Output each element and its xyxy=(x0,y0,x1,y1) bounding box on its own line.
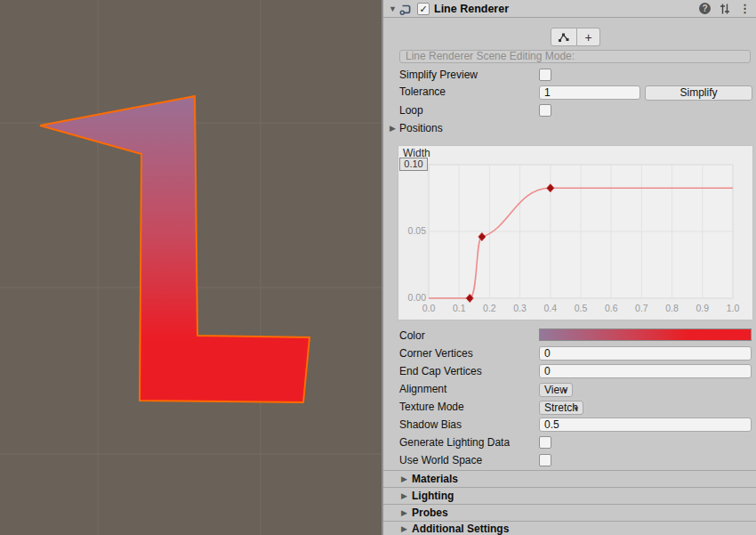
scene-edit-toolbar: + xyxy=(551,28,600,46)
presets-icon[interactable] xyxy=(719,3,731,15)
generate-lighting-row: Generate Lighting Data xyxy=(383,435,756,451)
x-tick-label: 0.9 xyxy=(691,303,714,313)
alignment-row: Alignment View ▾ xyxy=(383,382,756,398)
shadow-bias-row: Shadow Bias 0.5 xyxy=(383,417,756,434)
foldout-closed-icon: ▶ xyxy=(398,491,410,500)
edit-points-icon xyxy=(557,30,571,45)
x-tick-label: 0.5 xyxy=(569,303,592,313)
loop-label: Loop xyxy=(399,104,423,117)
corner-vertices-label: Corner Vertices xyxy=(399,347,473,360)
x-tick-label: 0.4 xyxy=(539,303,562,313)
chevron-down-icon: ▾ xyxy=(563,385,567,397)
world-space-checkbox[interactable] xyxy=(539,454,551,466)
end-cap-vertices-label: End Cap Vertices xyxy=(399,365,482,377)
help-icon[interactable]: ? xyxy=(699,3,711,14)
width-curve-plot[interactable] xyxy=(398,146,752,320)
scene-editing-mode-field[interactable]: Line Renderer Scene Editing Mode: xyxy=(399,50,751,63)
texture-mode-value: Stretch xyxy=(544,401,578,414)
component-header[interactable]: ▼ ✓ Line Renderer ? ⋮ xyxy=(383,0,756,18)
world-space-label: Use World Space xyxy=(399,454,482,466)
section-label: Probes xyxy=(412,507,448,519)
foldout-closed-icon: ▶ xyxy=(398,524,410,533)
positions-foldout[interactable]: ▶ Positions xyxy=(383,121,756,137)
world-space-row: Use World Space xyxy=(383,453,756,469)
texture-mode-label: Texture Mode xyxy=(399,401,464,413)
simplify-preview-checkbox[interactable] xyxy=(539,69,551,81)
alignment-dropdown[interactable]: View ▾ xyxy=(539,383,573,397)
section-label: Additional Settings xyxy=(412,523,509,535)
alignment-label: Alignment xyxy=(399,383,446,395)
texture-mode-row: Texture Mode Stretch ▾ xyxy=(383,400,756,416)
color-gradient-swatch[interactable] xyxy=(539,328,752,341)
simplify-preview-row: Simplify Preview xyxy=(383,68,756,84)
section-label: Materials xyxy=(412,473,458,485)
chevron-down-icon: ▾ xyxy=(574,402,578,415)
color-label: Color xyxy=(399,329,425,342)
scene-view[interactable] xyxy=(0,0,382,535)
line-renderer-icon xyxy=(398,2,414,16)
foldout-closed-icon: ▶ xyxy=(398,508,410,517)
x-tick-label: 0.3 xyxy=(509,303,532,313)
add-point-button[interactable]: + xyxy=(577,28,600,46)
unity-editor-window: ▼ ✓ Line Renderer ? ⋮ xyxy=(0,0,756,535)
kebab-menu-icon[interactable]: ⋮ xyxy=(739,3,751,14)
end-cap-vertices-row: End Cap Vertices 0 xyxy=(383,364,756,380)
line-renderer-shape[interactable] xyxy=(0,0,382,535)
loop-checkbox[interactable] xyxy=(539,104,551,117)
color-row: Color xyxy=(383,328,756,345)
width-curve-panel[interactable]: Width 0.10 0.05 0.00 0.00.10.20.30.40.50… xyxy=(398,145,753,320)
generate-lighting-label: Generate Lighting Data xyxy=(399,436,510,449)
corner-vertices-input[interactable]: 0 xyxy=(539,346,752,361)
simplify-preview-label: Simplify Preview xyxy=(399,69,478,81)
shadow-bias-label: Shadow Bias xyxy=(399,418,462,431)
foldout-closed-icon[interactable]: ▶ xyxy=(387,124,398,133)
component-title: Line Renderer xyxy=(434,3,509,15)
x-tick-label: 0.2 xyxy=(478,303,501,313)
edit-points-button[interactable] xyxy=(551,28,577,46)
section-lighting[interactable]: ▶ Lighting xyxy=(383,487,756,504)
section-materials[interactable]: ▶ Materials xyxy=(383,470,756,487)
x-tick-label: 0.1 xyxy=(447,303,470,313)
x-tick-label: 0.7 xyxy=(630,303,653,313)
section-probes[interactable]: ▶ Probes xyxy=(383,504,756,521)
inspector-panel: ▼ ✓ Line Renderer ? ⋮ xyxy=(382,0,756,535)
loop-row: Loop xyxy=(383,103,756,119)
shadow-bias-input[interactable]: 0.5 xyxy=(539,417,752,432)
positions-label: Positions xyxy=(399,122,443,134)
tolerance-label: Tolerance xyxy=(399,85,446,98)
x-tick-label: 0.0 xyxy=(417,303,440,313)
section-additional-settings[interactable]: ▶ Additional Settings xyxy=(383,521,756,535)
x-tick-label: 0.6 xyxy=(599,303,623,313)
tolerance-row: Tolerance 1 Simplify xyxy=(383,85,756,101)
texture-mode-dropdown[interactable]: Stretch ▾ xyxy=(539,401,583,415)
foldout-open-icon[interactable]: ▼ xyxy=(387,4,398,13)
foldout-closed-icon: ▶ xyxy=(398,474,410,483)
tolerance-input[interactable]: 1 xyxy=(539,85,640,100)
component-enabled-checkbox[interactable]: ✓ xyxy=(417,3,430,15)
corner-vertices-row: Corner Vertices 0 xyxy=(383,346,756,362)
x-tick-label: 1.0 xyxy=(721,303,744,313)
section-label: Lighting xyxy=(412,490,454,502)
generate-lighting-checkbox[interactable] xyxy=(539,436,551,449)
end-cap-vertices-input[interactable]: 0 xyxy=(539,364,752,378)
simplify-button[interactable]: Simplify xyxy=(645,85,752,101)
x-tick-label: 0.8 xyxy=(661,303,684,313)
